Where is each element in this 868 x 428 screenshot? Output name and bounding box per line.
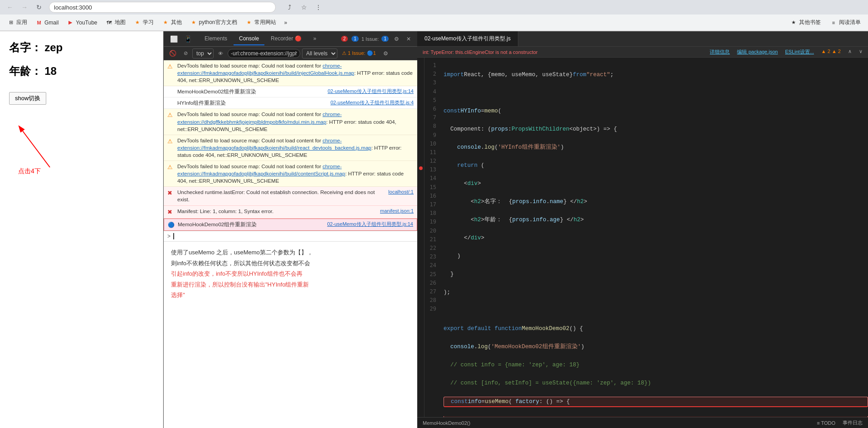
issue-count-btn[interactable]: ⚠ 1 Issue: 🔵1 [339,49,379,58]
highlight-source-1[interactable]: 02-useMemo传入子组件引用类型.js:14 [327,221,414,229]
bookmark-maps[interactable]: 🗺 地图 [102,17,129,28]
bookmark-python[interactable]: ★ python官方文档 [186,17,241,28]
gear-btn[interactable]: ⚙ [380,49,391,58]
eye-btn[interactable]: 👁 [215,49,226,58]
bookmark-study[interactable]: ★ 学习 [130,17,157,28]
tab-elements[interactable]: Elements [199,33,233,45]
info-text-2: HYInfo组件重新渲染 [177,99,327,107]
bookmark-other-label: 其他 [171,19,182,26]
cursor-blink [173,233,174,239]
console-messages: ⚠ DevTools failed to load source map: Co… [164,60,417,428]
warn-link-2[interactable]: chrome-extension://dhdgffkkebhmkfjojejmp… [177,112,341,124]
devtools-device-btn[interactable]: 📱 [181,34,195,44]
info-source-1[interactable]: 02-useMemo传入子组件引用类型.js:14 [328,88,414,95]
code-line-8: <h2>名字： {props.info.name} </h2> [444,197,868,206]
code-line-12: } [444,270,868,279]
bookmark-apps-label: 应用 [16,19,27,26]
youtube-icon: ▶ [67,19,74,26]
code-line-2 [444,88,868,97]
code-line-5: console.log('HYInfo组件重新渲染') [444,143,868,152]
webpage-preview: 名字： zep 年龄： 18 show切换 点击4下 [0,31,163,428]
filter-input[interactable] [228,49,300,58]
bookmark-common-label: 常用网站 [254,19,276,26]
page-age: 年龄： 18 [9,64,154,78]
warn-link-4[interactable]: chrome-extension://fmkadmapgofadopljbjfk… [177,164,345,176]
error-bar-text: int: TypeError: this.cliEngineCtor is no… [423,49,538,55]
context-select[interactable]: top [192,49,214,58]
code-line-4: Component: (props :PropsWithChildren<obj… [444,125,868,134]
bookmark-icon[interactable]: ☆ [297,1,310,14]
address-bar[interactable]: localhost:3000 [49,2,276,13]
bookmark-common[interactable]: ★ 常用网站 [242,17,280,28]
bookmark-youtube[interactable]: ▶ YouTube [63,17,101,28]
annotation-text: 点击4下 [18,167,41,175]
tab-console[interactable]: Console [234,33,264,45]
editor-statusbar: MemoHookDemo02() ≡ TODO 事件日志 [417,417,868,428]
bookmark-study-label: 学习 [143,19,154,26]
devtools-panel: ⬜ 📱 Elements Console Recorder 🔴 » 2 1 1 … [163,31,417,428]
close-devtools-btn[interactable]: ✕ [404,34,414,44]
err-source-1[interactable]: localhost/:1 [388,189,414,203]
console-error-1: ✖ Unchecked runtime.lastError: Could not… [164,187,417,205]
info-icon-1 [167,88,175,95]
editor-tab-main[interactable]: 02-useMemo传入子组件引用类型.js [417,31,518,46]
url-text: localhost:3000 [54,4,92,11]
caret-down[interactable]: ∨ [859,49,863,55]
levels-select[interactable]: All levels [302,49,337,58]
warn-text-4: DevTools failed to load source map: Coul… [177,163,414,185]
more-icon[interactable]: ⋮ [312,1,325,14]
bookmark-other-books-label: 其他书签 [799,19,821,26]
share-icon[interactable]: ⤴ [283,1,296,14]
code-line-20: return {name: 'zep', age: 18} [444,416,868,417]
gmail-icon: M [35,19,43,26]
console-highlight-1: 🔵 MemoHookDemo02组件重新渲染 02-useMemo传入子组件引用… [164,219,417,231]
forward-button[interactable]: → [18,1,31,14]
issue-badge: 1 [381,36,389,42]
warn-icon-4: ⚠ [167,163,175,185]
bookmark-reading[interactable]: ≡ 阅读清单 [826,17,864,28]
warn-link-1[interactable]: chrome-extension://fmkadmapgofadopljbjfk… [177,63,354,76]
console-annotation: 使用了useMemo 之后，useMemo第二个参数为【】， 则info不依赖任… [164,241,417,306]
info-source-2[interactable]: 02-useMemo传入子组件引用类型.js:4 [331,99,414,107]
bookmark-gmail[interactable]: M Gmail [32,17,62,28]
bookmark-more[interactable]: » [281,18,291,28]
todo-icon: ≡ [817,420,819,426]
other-icon: ★ [162,19,169,26]
show-toggle-button[interactable]: show切换 [9,92,46,105]
caret-up[interactable]: ∧ [848,49,852,55]
bookmark-gmail-label: Gmail [44,19,59,26]
err-source-2[interactable]: manifest.json:1 [380,208,414,216]
reload-button[interactable]: ↻ [33,1,45,14]
warn-link-3[interactable]: chrome-extension://fmkadmapgofadopljbjfk… [177,138,371,151]
browser-chrome: ← → ↻ localhost:3000 ⤴ ☆ ⋮ ⊞ 应用 M Gmail … [0,0,868,31]
bookmark-other[interactable]: ★ 其他 [158,17,185,28]
code-line-15: export default function MemoHookDemo02()… [444,324,868,333]
warn-text-2: DevTools failed to load source map: Coul… [177,111,414,132]
back-button[interactable]: ← [4,1,16,14]
title-bar: ← → ↻ localhost:3000 ⤴ ☆ ⋮ [0,0,868,15]
code-line-17: // const info = {name: 'zep', age: 18} [444,360,868,370]
settings-btn[interactable]: ⚙ [391,34,402,44]
console-filter-btn[interactable]: ⊘ [181,49,190,58]
clear-console-btn[interactable]: 🚫 [166,49,179,58]
details-link[interactable]: 详细信息 [710,49,730,55]
console-warn-4: ⚠ DevTools failed to load source map: Co… [164,161,417,187]
devtools-inspect-btn[interactable]: ⬜ [167,34,180,44]
reading-icon: ≡ [830,19,837,26]
console-toolbar: 🚫 ⊘ top 👁 All levels ⚠ 1 Issue: 🔵1 ⚙ [164,47,417,60]
err-icon-2: ✖ [167,208,175,216]
console-warn-2: ⚠ DevTools failed to load source map: Co… [164,109,417,135]
package-json-link[interactable]: 编辑 package.json [737,49,778,55]
eslint-link[interactable]: ESLint设置... [785,49,814,55]
more-bookmarks-label: » [284,19,288,26]
console-caret: > [167,233,171,239]
warn-text-3: DevTools failed to load source map: Coul… [177,137,414,159]
tab-more[interactable]: » [308,33,322,45]
info-text-1: MemoHookDemo02组件重新渲染 [177,88,324,95]
bookmark-apps[interactable]: ⊞ 应用 [4,17,31,28]
bookmark-other-books[interactable]: ★ 其他书签 [786,17,824,28]
tab-recorder[interactable]: Recorder 🔴 [265,33,307,45]
editor-header: 02-useMemo传入子组件引用类型.js [417,31,868,47]
bookmark-python-label: python官方文档 [199,19,237,26]
code-line-18: // const [info, setInfo] = useState({nam… [444,379,868,388]
